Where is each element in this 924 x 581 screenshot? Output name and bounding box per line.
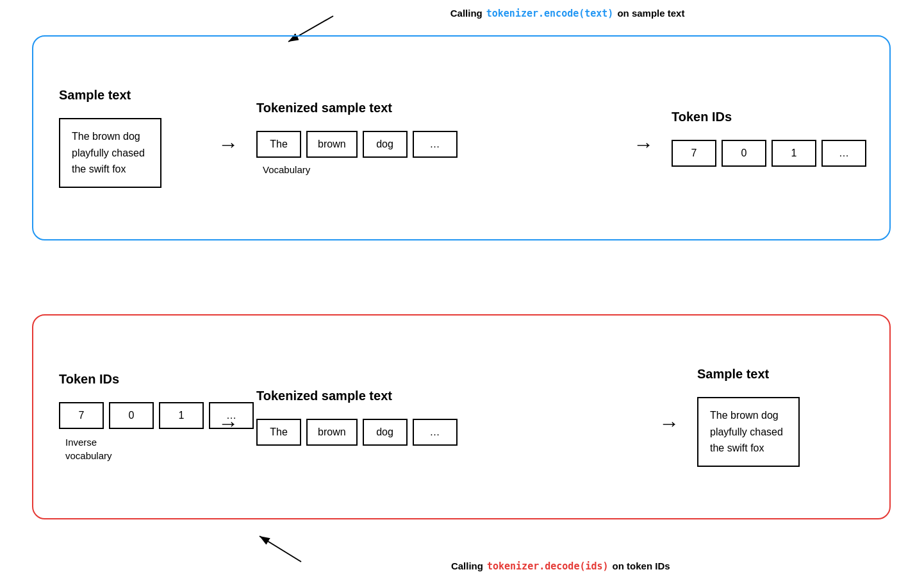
- decode-token-brown: brown: [306, 419, 358, 446]
- decode-arrow-1: →: [218, 413, 238, 434]
- encode-sample-text-section: Sample text The brown dogplayfully chase…: [59, 88, 200, 188]
- encode-tokens-with-label: The brown dog … Vocabulary: [256, 131, 458, 175]
- bottom-arrow-svg: [237, 530, 365, 568]
- bottom-annotation-prefix: Calling: [451, 560, 483, 571]
- encode-tokenized-section: Tokenized sample text The brown dog … Vo…: [256, 101, 615, 175]
- encode-box: Sample text The brown dogplayfully chase…: [32, 35, 891, 240]
- decode-token-dog: dog: [363, 419, 408, 446]
- top-annotation-suffix: on sample text: [617, 8, 684, 19]
- encode-sample-text-box: The brown dogplayfully chasedthe swift f…: [59, 118, 161, 188]
- bottom-annotation-suffix: on token IDs: [613, 560, 670, 571]
- top-annotation-prefix: Calling: [450, 8, 483, 19]
- decode-sample-title: Sample text: [697, 367, 769, 382]
- encode-tokens-row: The brown dog …: [256, 131, 458, 158]
- encode-id-7: 7: [672, 140, 716, 167]
- top-annotation: Calling tokenizer.encode(text) on sample…: [450, 8, 685, 19]
- encode-vocab-label: Vocabulary: [263, 164, 310, 175]
- decode-id-7: 7: [59, 402, 104, 429]
- encode-token-dog: dog: [363, 131, 408, 158]
- encode-token-brown: brown: [306, 131, 358, 158]
- decode-token-ellipsis: …: [413, 419, 458, 446]
- encode-sample-title: Sample text: [59, 88, 131, 103]
- encode-token-ellipsis: …: [413, 131, 458, 158]
- encode-token-the: The: [256, 131, 301, 158]
- decode-ids-section: Token IDs 7 0 1 … Inversevocabulary: [59, 372, 200, 462]
- top-annotation-code: tokenizer.encode(text): [486, 8, 614, 19]
- encode-ids-section: Token IDs 7 0 1 …: [672, 110, 864, 167]
- decode-token-the: The: [256, 419, 301, 446]
- bottom-annotation: Calling tokenizer.decode(ids) on token I…: [451, 560, 670, 572]
- page-container: Calling tokenizer.encode(text) on sample…: [0, 0, 924, 581]
- decode-tokens-row: The brown dog …: [256, 419, 458, 446]
- decode-sample-text-box: The brown dogplayfully chasedthe swift f…: [697, 397, 800, 467]
- encode-tokenized-title: Tokenized sample text: [256, 101, 392, 115]
- encode-id-ellipsis: …: [821, 140, 866, 167]
- decode-id-1: 1: [159, 402, 204, 429]
- encode-ids-row: 7 0 1 …: [672, 140, 866, 167]
- encode-arrow-2: →: [633, 134, 654, 155]
- encode-arrow-1: →: [218, 134, 238, 155]
- decode-tokenized-title: Tokenized sample text: [256, 389, 392, 403]
- decode-inverse-vocab-label: Inversevocabulary: [65, 435, 112, 462]
- encode-id-1: 1: [771, 140, 816, 167]
- svg-line-3: [260, 536, 301, 562]
- bottom-annotation-code: tokenizer.decode(ids): [487, 560, 609, 572]
- decode-id-0: 0: [109, 402, 154, 429]
- decode-arrow-2: →: [659, 413, 679, 434]
- decode-tokenized-section: Tokenized sample text The brown dog …: [256, 389, 641, 446]
- decode-box: Token IDs 7 0 1 … Inversevocabulary → To…: [32, 314, 891, 519]
- encode-ids-title: Token IDs: [672, 110, 732, 124]
- decode-sample-text-section: Sample text The brown dogplayfully chase…: [697, 367, 864, 467]
- decode-ids-title: Token IDs: [59, 372, 119, 387]
- encode-id-0: 0: [722, 140, 766, 167]
